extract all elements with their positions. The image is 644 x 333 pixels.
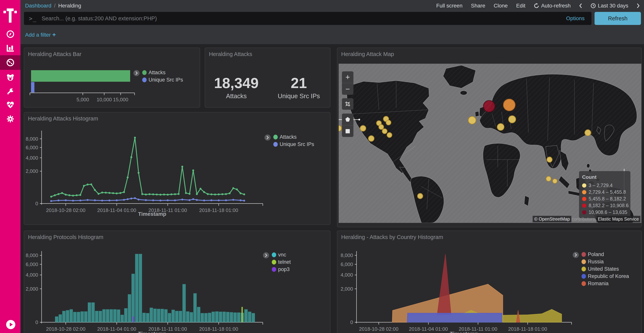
attacks-histogram-chart[interactable]: 02,0004,0006,0008,0002018-10-28 02:00201… (24, 112, 330, 224)
svg-text:8,000: 8,000 (340, 252, 353, 258)
series-color-dot (582, 267, 586, 271)
svg-text:2018-10-28 02:00: 2018-10-28 02:00 (46, 207, 85, 213)
edit-button[interactable]: Edit (516, 3, 525, 9)
search-input[interactable]: >_ Search... (e.g. status:200 AND extens… (24, 12, 592, 25)
series-color-dot (582, 281, 586, 286)
gear-icon (6, 115, 14, 123)
osm-link[interactable]: OpenStreetMap (539, 217, 570, 222)
panel-title: Heralding Protocols Histogram (28, 234, 103, 240)
svg-text:2018-11-18 01:00: 2018-11-18 01:00 (508, 326, 547, 332)
sidebar-expand-button[interactable] (6, 320, 15, 329)
series-color-dot (272, 267, 276, 272)
panel-title: Heralding Attacks (209, 51, 252, 57)
legend-item[interactable]: Unique Src IPs (142, 77, 183, 83)
zoom-in-button[interactable]: + (342, 71, 354, 83)
time-back-chevron-icon[interactable] (579, 3, 582, 8)
series-label: telnet (278, 259, 291, 265)
series-label: pop3 (278, 266, 290, 272)
map-legend-range: 2,729.4 – 5,455.8 (582, 189, 630, 195)
share-button[interactable]: Share (471, 3, 485, 9)
panel-country-histogram: Heralding - Attacks by Country Histogram… (337, 231, 642, 333)
legend: AttacksUnique Src IPs (134, 70, 183, 83)
legend-item[interactable]: vnc (272, 252, 291, 258)
time-forward-chevron-icon[interactable] (637, 3, 640, 8)
crop-icon (345, 101, 350, 107)
legend-item[interactable]: Republic of Korea (582, 273, 629, 279)
legend-item[interactable]: Attacks (142, 70, 183, 75)
metric-value: 18,349 (214, 75, 258, 91)
svg-text:2,000: 2,000 (26, 286, 38, 292)
sidebar-item-monitoring[interactable] (0, 98, 20, 112)
compass-icon (6, 30, 14, 38)
map-fit-control (342, 98, 354, 110)
breadcrumb-dashboard-link[interactable]: Dashboard (25, 3, 51, 9)
legend-item[interactable]: Romania (582, 281, 629, 286)
protocols-histogram-chart[interactable]: 02,0004,0006,0008,0002018-10-28 02:00201… (24, 231, 330, 333)
metric-attacks: 18,349 Attacks (205, 77, 268, 98)
legend-item[interactable]: Unique Src IPs (273, 142, 314, 147)
sidebar-item-management[interactable] (0, 112, 20, 126)
navbar-menu: Full screen Share Clone Edit Auto-refres… (436, 3, 640, 9)
panel-title: Heralding Attack Map (341, 51, 394, 57)
svg-text:2018-10-28 02:00: 2018-10-28 02:00 (359, 326, 398, 332)
add-filter-link[interactable]: Add a filter + (25, 31, 56, 38)
series-label: Unique Src IPs (280, 141, 314, 147)
breadcrumb-separator: / (54, 3, 56, 9)
sidebar-item-t-pot[interactable] (0, 70, 20, 85)
series-label: United States (588, 266, 619, 272)
legend-toggle-chevron-icon[interactable] (134, 70, 140, 76)
svg-text:0: 0 (350, 319, 353, 325)
telekom-logo[interactable] (4, 5, 17, 23)
svg-text:2018-10-28 02:00: 2018-10-28 02:00 (46, 326, 85, 332)
series-color-dot (272, 260, 276, 264)
top-navbar: Dashboard / Heralding Full screen Share … (20, 0, 644, 12)
full-screen-button[interactable]: Full screen (436, 3, 462, 9)
refresh-cycle-icon (534, 3, 539, 9)
svg-text:2018-11-04 01:00: 2018-11-04 01:00 (97, 326, 136, 332)
map-draw-controls (342, 114, 354, 137)
breadcrumb-current: Heralding (58, 3, 81, 9)
metric-label: Attacks (226, 93, 247, 100)
legend-item[interactable]: Poland (582, 252, 629, 257)
svg-text:10,000: 10,000 (96, 97, 112, 102)
series-color-dot (273, 135, 278, 139)
sidebar-item-discover[interactable] (0, 27, 20, 42)
fit-bounds-button[interactable] (342, 98, 354, 110)
legend-item[interactable]: Russia (582, 259, 629, 264)
time-range-picker[interactable]: Last 30 days (590, 3, 628, 9)
legend-item[interactable]: pop3 (272, 267, 291, 272)
clone-button[interactable]: Clone (494, 3, 508, 9)
legend-item[interactable]: Attacks (273, 134, 314, 140)
legend-item[interactable]: telnet (272, 259, 291, 265)
zoom-out-button[interactable]: − (342, 83, 354, 95)
refresh-button[interactable]: Refresh (594, 12, 641, 25)
range-label: 10,908.6 – 13,635 (588, 209, 627, 215)
play-icon (10, 323, 13, 326)
world-map[interactable]: + − (339, 64, 642, 223)
draw-polygon-button[interactable] (342, 114, 354, 125)
series-label: Unique Src IPs (148, 77, 183, 83)
panel-title: Heralding Attacks Bar (28, 51, 82, 57)
map-attribution: © OpenStreetMapcontributors,Elastic Maps… (533, 217, 640, 222)
dashboard-grid: Heralding Attacks Bar 5,00010,00015,000 … (20, 44, 644, 333)
svg-text:8,000: 8,000 (26, 252, 38, 258)
series-label: Republic of Korea (588, 273, 629, 279)
legend-item[interactable]: United States (582, 266, 629, 272)
range-color-dot (582, 183, 586, 188)
options-link[interactable]: Options (566, 15, 585, 22)
svg-text:2,000: 2,000 (340, 286, 353, 292)
sidebar-item-dev-tools[interactable] (0, 84, 20, 99)
clock-icon (590, 3, 596, 9)
draw-rectangle-button[interactable] (342, 125, 354, 137)
series-color-dot (582, 274, 586, 279)
legend-toggle-chevron-icon[interactable] (264, 134, 271, 141)
sidebar-item-visualize[interactable] (0, 41, 20, 55)
ems-link[interactable]: Elastic Maps Service (596, 216, 640, 222)
svg-text:4,000: 4,000 (26, 272, 38, 278)
panel-attacks-bar: Heralding Attacks Bar 5,00010,00015,000 … (24, 48, 200, 108)
auto-refresh-button[interactable]: Auto-refresh (534, 3, 570, 9)
heartbeat-icon (6, 101, 14, 109)
legend-toggle-chevron-icon[interactable] (263, 252, 269, 258)
sidebar-item-dashboard[interactable] (0, 55, 20, 70)
legend-toggle-chevron-icon[interactable] (573, 252, 579, 258)
